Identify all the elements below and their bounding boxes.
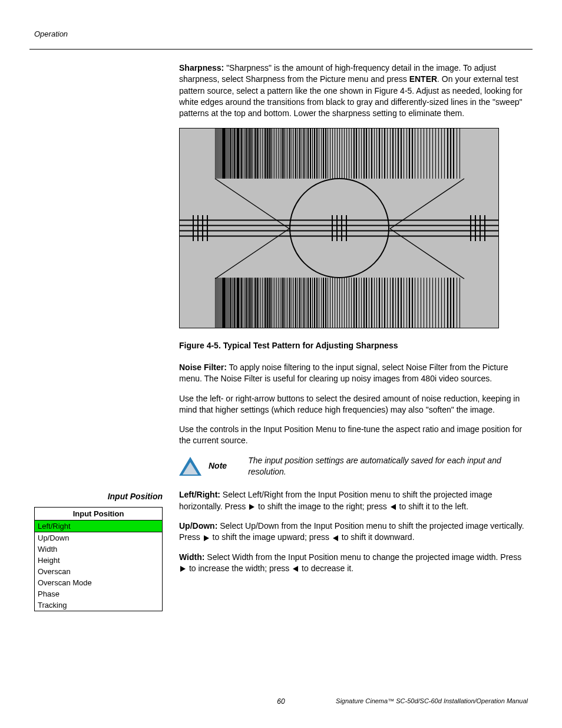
menu-item-width[interactable]: Width (35, 543, 162, 555)
menu-title: Input Position (35, 508, 162, 521)
up-down-paragraph: Up/Down: Select Up/Down from the Input P… (179, 521, 528, 543)
arrow-right-icon (204, 535, 209, 541)
sharpness-test-pattern (179, 128, 499, 328)
sharpness-label: Sharpness: (179, 63, 224, 73)
input-position-menu: Input Position Left/Right Up/Down Width … (34, 507, 163, 611)
menu-item-up-down[interactable]: Up/Down (35, 532, 162, 543)
arrow-right-icon (249, 504, 254, 510)
left-right-paragraph: Left/Right: Select Left/Right from the I… (179, 489, 528, 512)
pattern-ticks-left (193, 215, 208, 241)
input-position-intro: Use the controls in the Input Position M… (179, 424, 528, 447)
width-label: Width: (179, 552, 204, 562)
note-text: The input position settings are automati… (248, 455, 528, 478)
arrow-right-icon (180, 566, 186, 572)
menu-item-tracking[interactable]: Tracking (35, 599, 162, 611)
up-down-label: Up/Down: (179, 521, 217, 531)
arrow-left-icon (391, 504, 396, 510)
arrow-left-icon (333, 535, 338, 541)
figure-caption: Figure 4-5. Typical Test Pattern for Adj… (179, 340, 528, 351)
note-block: Note The input position settings are aut… (179, 455, 528, 478)
note-label: Note (209, 460, 227, 472)
menu-item-height[interactable]: Height (35, 555, 162, 566)
arrow-left-icon (293, 566, 298, 572)
page-footer: 60 Signature Cinema™ SC-50d/SC-60d Insta… (34, 697, 528, 704)
enter-key-label: ENTER (409, 74, 437, 84)
page-number: 60 (277, 697, 285, 706)
width-paragraph: Width: Select Width from the Input Posit… (179, 552, 528, 575)
pattern-ticks-center (332, 215, 347, 241)
page-header-section: Operation (34, 29, 528, 38)
noise-filter-paragraph-2: Use the left- or right-arrow buttons to … (179, 393, 528, 416)
side-heading-input-position: Input Position (34, 492, 163, 501)
pattern-ticks-right (470, 215, 485, 241)
noise-filter-paragraph: Noise Filter: To apply noise filtering t… (179, 362, 528, 385)
menu-item-phase[interactable]: Phase (35, 588, 162, 599)
left-right-label: Left/Right: (179, 490, 220, 499)
sharpness-paragraph: Sharpness: "Sharpness" is the amount of … (179, 62, 528, 120)
noise-filter-label: Noise Filter: (179, 363, 227, 372)
menu-item-overscan-mode[interactable]: Overscan Mode (35, 577, 162, 588)
note-triangle-icon (179, 457, 201, 476)
menu-item-left-right[interactable]: Left/Right (35, 521, 162, 532)
menu-item-overscan[interactable]: Overscan (35, 566, 162, 577)
header-rule (29, 49, 533, 50)
footer-manual-title: Signature Cinema™ SC-50d/SC-60d Installa… (336, 697, 528, 704)
